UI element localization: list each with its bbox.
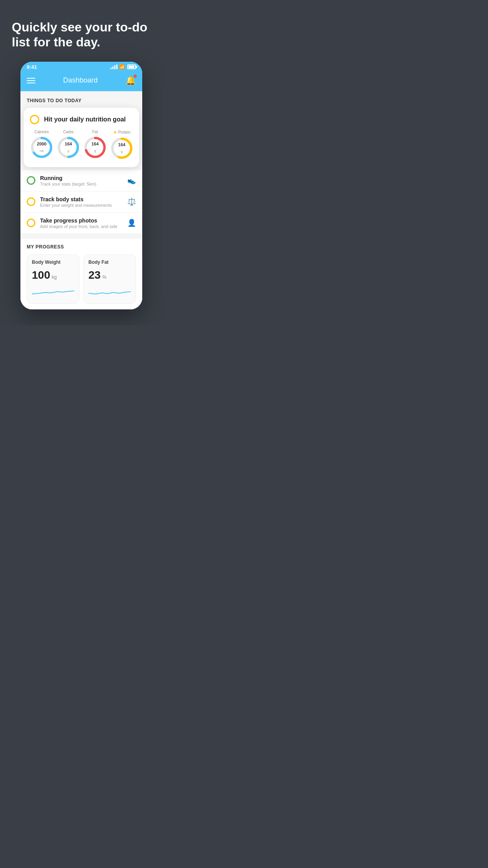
nutrition-card: Hit your daily nutrition goal Calories bbox=[24, 108, 139, 167]
body-fat-label: Body Fat bbox=[88, 259, 131, 265]
body-fat-chart bbox=[88, 285, 131, 297]
body-weight-value: 100 bbox=[32, 269, 50, 281]
body-fat-value-row: 23 % bbox=[88, 269, 131, 281]
protein-value-text: 164 g bbox=[118, 142, 125, 154]
wifi-icon: 📶 bbox=[119, 64, 125, 70]
fat-donut: 164 g bbox=[83, 136, 107, 159]
card-header: Hit your daily nutrition goal bbox=[30, 115, 133, 124]
progress-section-title: MY PROGRESS bbox=[27, 244, 136, 250]
body-weight-chart bbox=[32, 285, 74, 297]
progress-cards-row: Body Weight 100 kg Body Fat 23 bbox=[27, 254, 136, 304]
todo-item-body-stats[interactable]: Track body stats Enter your weight and m… bbox=[20, 191, 142, 213]
things-to-do-section: THINGS TO DO TODAY bbox=[20, 91, 142, 108]
body-stats-info: Track body stats Enter your weight and m… bbox=[40, 196, 123, 208]
notification-bell[interactable]: 🔔 bbox=[125, 75, 136, 86]
photos-name: Take progress photos bbox=[40, 217, 123, 224]
body-fat-value: 23 bbox=[88, 269, 101, 281]
protein-donut: 164 g bbox=[110, 136, 134, 160]
nutrition-protein: ★ Protein 164 g bbox=[110, 130, 134, 160]
notification-dot bbox=[134, 75, 137, 78]
running-sub: Track your stats (target: 5km) bbox=[40, 182, 123, 186]
calories-label: Calories bbox=[35, 130, 49, 134]
nutrition-calories: Calories 2000 cal bbox=[30, 130, 53, 160]
photos-icon: 👤 bbox=[127, 219, 136, 227]
status-icons: 📶 bbox=[110, 64, 136, 70]
protein-label: ★ Protein bbox=[113, 130, 131, 135]
body-weight-label: Body Weight bbox=[32, 259, 74, 265]
photos-sub: Add images of your front, back, and side bbox=[40, 224, 123, 229]
nutrition-card-title: Hit your daily nutrition goal bbox=[44, 116, 126, 123]
body-weight-unit: kg bbox=[52, 274, 57, 280]
body-stats-sub: Enter your weight and measurements bbox=[40, 203, 123, 208]
phone-mockup: 9:41 📶 Dashboard bbox=[20, 62, 142, 309]
fat-label: Fat bbox=[92, 130, 98, 134]
app-content: THINGS TO DO TODAY Hit your daily nutrit… bbox=[20, 91, 142, 309]
todo-item-running[interactable]: Running Track your stats (target: 5km) 👟 bbox=[20, 170, 142, 191]
status-bar: 9:41 📶 bbox=[20, 62, 142, 72]
body-fat-unit: % bbox=[102, 274, 106, 280]
body-stats-icon: ⚖️ bbox=[127, 197, 136, 206]
body-stats-check-circle bbox=[27, 197, 35, 206]
star-icon: ★ bbox=[113, 130, 117, 135]
hero-title: Quickly see your to-do list for the day. bbox=[12, 20, 151, 50]
hero-section: Quickly see your to-do list for the day. bbox=[0, 0, 163, 62]
body-stats-name: Track body stats bbox=[40, 196, 123, 202]
photos-check-circle bbox=[27, 219, 35, 227]
progress-section: MY PROGRESS Body Weight 100 kg bbox=[20, 239, 142, 309]
nutrition-fat: Fat 164 g bbox=[83, 130, 107, 160]
header-title: Dashboard bbox=[63, 76, 97, 85]
todo-check-circle[interactable] bbox=[30, 115, 39, 124]
carbs-value-text: 164 g bbox=[65, 142, 72, 153]
battery-icon bbox=[127, 64, 136, 69]
running-info: Running Track your stats (target: 5km) bbox=[40, 175, 123, 186]
carbs-donut: 164 g bbox=[57, 136, 80, 159]
photos-info: Take progress photos Add images of your … bbox=[40, 217, 123, 229]
signal-icon bbox=[110, 64, 117, 69]
things-to-do-title: THINGS TO DO TODAY bbox=[27, 98, 81, 103]
todo-list: Running Track your stats (target: 5km) 👟… bbox=[20, 170, 142, 234]
body-fat-card[interactable]: Body Fat 23 % bbox=[83, 254, 136, 304]
body-weight-card[interactable]: Body Weight 100 kg bbox=[27, 254, 79, 304]
carbs-label: Carbs bbox=[63, 130, 74, 134]
nutrition-carbs: Carbs 164 g bbox=[57, 130, 80, 160]
todo-item-progress-photos[interactable]: Take progress photos Add images of your … bbox=[20, 213, 142, 234]
running-name: Running bbox=[40, 175, 123, 181]
hamburger-menu[interactable] bbox=[27, 78, 35, 83]
running-check-circle bbox=[27, 176, 35, 185]
running-icon: 👟 bbox=[127, 176, 136, 185]
calories-value-text: 2000 cal bbox=[37, 142, 46, 153]
body-weight-value-row: 100 kg bbox=[32, 269, 74, 281]
app-header: Dashboard 🔔 bbox=[20, 72, 142, 91]
fat-value-text: 164 g bbox=[92, 142, 99, 153]
phone-frame: 9:41 📶 Dashboard bbox=[20, 62, 142, 309]
status-time: 9:41 bbox=[27, 64, 37, 70]
nutrition-grid: Calories 2000 cal bbox=[30, 130, 133, 160]
calories-donut: 2000 cal bbox=[30, 136, 53, 159]
